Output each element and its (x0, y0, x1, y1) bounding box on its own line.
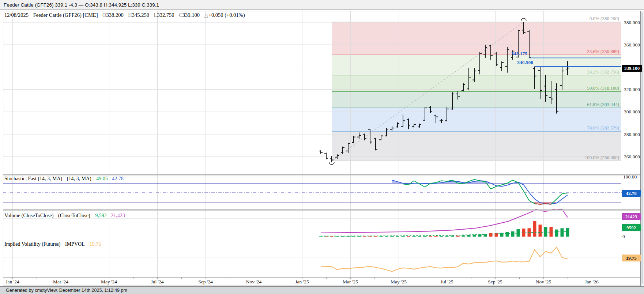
legend-high: 345.250 (132, 12, 149, 18)
legend-change-pct: (+0.01%) (225, 12, 245, 18)
stochastic-label[interactable]: Stochastic, Fast (14, 3, MA) (14, 3, MA)… (4, 176, 124, 182)
volume-bar (566, 228, 569, 237)
x-axis-tick-label: May '24 (101, 279, 117, 284)
volume-bar (413, 236, 416, 237)
fib-label: 38.2% (332.756) (587, 69, 619, 75)
fib-label: 23.6% (350.889) (587, 49, 619, 54)
impvol-line (321, 247, 568, 272)
y-axis-tick-label: 300.000 (624, 109, 640, 114)
last-price-badge: 339.100 (622, 65, 642, 72)
x-axis-tick-label: Nov '24 (246, 279, 262, 284)
status-bar: Generated by cmdtyView, December 14th 20… (0, 286, 644, 294)
x-axis-tick-label: Jan '24 (5, 279, 19, 284)
volume-value-badge: 9592 (622, 224, 641, 231)
x-axis-tick-label: Mar '24 (53, 279, 68, 284)
fib-label: 100.0% (256.000) (585, 155, 619, 160)
volume-panel (319, 209, 569, 237)
volume-bar (434, 236, 438, 237)
annotation-price-label: 348.175 (511, 51, 527, 56)
fib-label: 61.8% (303.444) (587, 102, 619, 107)
volume-bar (440, 236, 443, 237)
x-axis-tick-label: Jan '25 (295, 279, 309, 284)
volume-bar (429, 236, 432, 237)
volume-total-badge: 21423 (622, 213, 641, 220)
legend-low: 332.750 (157, 12, 174, 18)
legend-close: 339.100 (182, 12, 200, 18)
volume-value: 9,592 (95, 213, 107, 218)
volume-bar (555, 230, 558, 237)
fib-label: 50.0% (318.100) (587, 85, 619, 91)
y-axis-tick-label: 280.000 (624, 132, 640, 137)
y-axis-tick-label: 380.000 (624, 20, 640, 25)
chart-legend: 12/08/2025 Feeder Cattle (GFF26) [CME] O… (4, 12, 245, 18)
volume-bar (456, 235, 460, 237)
fib-label: 78.6% (282.579) (587, 125, 619, 131)
x-axis-tick-label: Nov '25 (536, 279, 551, 284)
volume-bar (533, 221, 536, 237)
volume-bar (539, 225, 542, 237)
volume-total-value: 21,423 (111, 213, 125, 218)
volume-bar (506, 232, 509, 237)
volume-bar (544, 227, 547, 237)
volume-bar (561, 228, 564, 237)
fib-handle-high-icon (521, 18, 526, 21)
legend-open: 338.200 (106, 12, 124, 18)
x-axis-tick-label: Jan '26 (585, 279, 599, 284)
fib-label: 0.0% (380.200) (590, 16, 619, 21)
stoch-oversold-line (535, 204, 551, 204)
impvol-panel (321, 247, 568, 272)
legend-date: 12/08/2025 (4, 12, 29, 18)
impvol-label[interactable]: Implied Volatility (Futures) IMPVOL 19.7… (4, 241, 101, 247)
x-axis-tick-label: Sep '25 (488, 279, 502, 284)
volume-label[interactable]: Volume (CloseToClose) (CloseToClose) 9,5… (4, 213, 125, 219)
y-axis-tick-label: 260.000 (624, 154, 640, 159)
volume-bar (451, 235, 454, 237)
chart-canvas[interactable]: 0.0% (380.200)23.6% (350.889)38.2% (332.… (0, 0, 644, 294)
stoch-axis-top-label: 100.00 (623, 174, 637, 180)
volume-bar (462, 235, 465, 237)
volume-bar (489, 233, 493, 237)
stoch-value-badge: 42.78 (622, 190, 641, 197)
impvol-value-badge: 19.75 (622, 255, 641, 261)
legend-change: +0.050 (208, 12, 223, 18)
volume-bar (445, 236, 449, 237)
x-axis-tick-label: Mar '25 (343, 279, 358, 284)
stochastic-k-value: 49.05 (96, 176, 108, 181)
volume-bar (511, 231, 515, 237)
legend-symbol: Feeder Cattle (GFF26) [CME] (33, 12, 98, 18)
volume-zero-label: 0 (622, 234, 625, 240)
fib-handle-low-icon (329, 162, 334, 165)
stochastic-d-value: 42.78 (112, 176, 124, 181)
y-axis-tick-label: 320.000 (624, 87, 640, 92)
x-axis-tick-label: Sep '24 (198, 279, 213, 284)
scrollbar-thumb[interactable] (641, 12, 643, 284)
x-axis-tick-label: Jul '24 (151, 279, 163, 284)
impvol-value: 19.75 (90, 241, 101, 247)
x-axis-tick-label: Jul '25 (440, 279, 453, 284)
x-axis-tick-label: May '25 (391, 279, 407, 284)
volume-bar (418, 236, 421, 237)
stoch-d-line (392, 180, 568, 204)
stochastic-panel (3, 180, 641, 204)
annotation-price-label: 340.500 (517, 60, 533, 65)
y-axis-tick-label: 360.000 (624, 42, 640, 48)
generated-by-text: Generated by cmdtyView, December 14th 20… (6, 288, 127, 293)
